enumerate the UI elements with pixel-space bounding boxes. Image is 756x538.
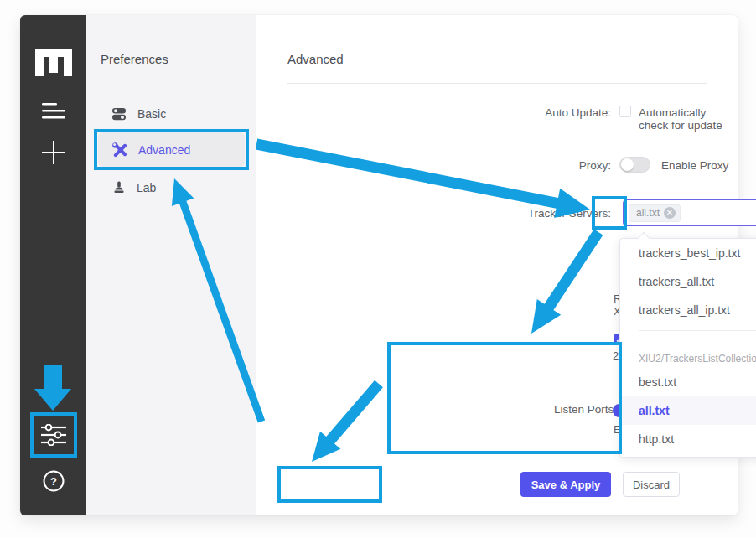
save-apply-button[interactable]: Save & Apply bbox=[520, 472, 611, 497]
discard-button[interactable]: Discard bbox=[623, 472, 680, 497]
auto-update-checkbox[interactable] bbox=[619, 106, 631, 117]
add-task-icon[interactable] bbox=[42, 141, 65, 164]
task-list-icon[interactable] bbox=[42, 103, 65, 120]
nav-item-basic[interactable]: Basic bbox=[98, 99, 245, 129]
tracker-servers-select[interactable]: all.txt ✕ bbox=[623, 199, 756, 226]
proxy-toggle-label[interactable]: Enable Proxy bbox=[661, 159, 728, 172]
toggle-knob bbox=[621, 158, 634, 171]
screenshot-stage: ? Preferences Basic bbox=[0, 0, 756, 538]
selected-tracker-tag: all.txt ✕ bbox=[629, 204, 681, 222]
lab-stamp-icon bbox=[112, 181, 126, 194]
proxy-toggle[interactable] bbox=[619, 157, 650, 173]
preferences-nav: Preferences Basic bbox=[86, 15, 256, 515]
app-window: ? Preferences Basic bbox=[20, 15, 738, 515]
panel-title: Advanced bbox=[287, 52, 344, 66]
tools-icon bbox=[112, 142, 127, 158]
proxy-label: Proxy: bbox=[485, 159, 611, 172]
nav-item-advanced[interactable]: Advanced bbox=[98, 132, 245, 167]
dropdown-option[interactable]: http.txt bbox=[620, 425, 756, 453]
dropdown-option[interactable]: trackers_all_ip.txt bbox=[620, 296, 756, 324]
dropdown-option-label: all.txt bbox=[639, 404, 670, 417]
preferences-title: Preferences bbox=[101, 52, 168, 66]
clipped-text-fragment: 2 bbox=[613, 349, 619, 362]
tag-remove-icon[interactable]: ✕ bbox=[664, 207, 676, 219]
app-sidebar: ? bbox=[20, 15, 86, 515]
nav-item-lab[interactable]: Lab bbox=[98, 173, 245, 203]
dropdown-option[interactable]: trackers_best_ip.txt bbox=[620, 239, 756, 267]
tag-label: all.txt bbox=[636, 207, 660, 219]
dropdown-group-label: XIU2/TrackersListCollection bbox=[620, 336, 756, 368]
help-icon[interactable]: ? bbox=[43, 470, 65, 492]
tracker-dropdown: trackers_best_ip.txt trackers_all.txt tr… bbox=[619, 238, 756, 458]
motrix-logo-icon bbox=[35, 49, 72, 77]
nav-item-label: Advanced bbox=[138, 143, 190, 157]
dropdown-option[interactable]: trackers_all.txt bbox=[620, 267, 756, 296]
dropdown-divider bbox=[620, 324, 756, 336]
auto-update-checkbox-label[interactable]: Automatically check for update bbox=[639, 106, 738, 132]
advanced-panel: Advanced bbox=[256, 15, 738, 515]
listen-ports-label: Listen Ports: bbox=[491, 403, 617, 416]
nav-item-label: Lab bbox=[137, 181, 156, 194]
nav-item-label: Basic bbox=[137, 107, 166, 121]
auto-update-label: Auto Update: bbox=[485, 106, 611, 119]
preferences-sliders-icon[interactable] bbox=[41, 424, 66, 446]
svg-text:?: ? bbox=[50, 475, 57, 488]
toggles-icon bbox=[112, 107, 127, 121]
dropdown-option-selected[interactable]: all.txt ✓ bbox=[620, 396, 756, 425]
tracker-servers-label: Tracker Servers: bbox=[485, 207, 611, 220]
dropdown-option[interactable]: best.txt bbox=[620, 368, 756, 396]
title-divider bbox=[287, 83, 707, 84]
